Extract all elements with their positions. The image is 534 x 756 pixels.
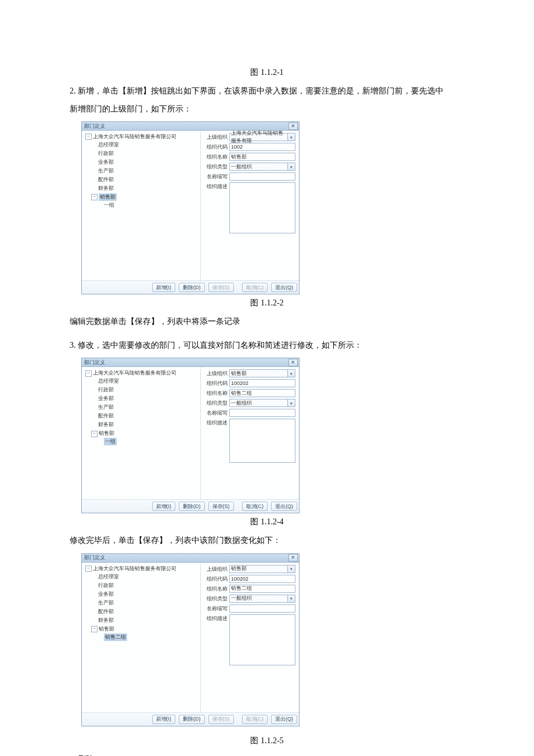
title-text: 部门定义 [84, 123, 105, 130]
delete-button[interactable]: 删除(D) [179, 715, 205, 724]
dropdown-icon[interactable]: ▾ [288, 369, 295, 377]
input-org-code[interactable]: 100202 [229, 379, 295, 387]
tree-item[interactable]: 配件部 [98, 412, 114, 420]
save-button[interactable]: 保存(S) [208, 502, 234, 511]
tree-item[interactable]: 业务部 [98, 591, 114, 598]
label-org-code: 组织代码 [204, 379, 229, 387]
dept-dialog-b: 部门定义 ✕ −上海大众汽车马陆销售服务有限公司 总经理室 行政部 业务部 生产… [81, 358, 300, 513]
input-org-type[interactable]: 一般组织 [229, 595, 288, 603]
para-2c: 编辑完数据单击【保存】，列表中将添一条记录 [70, 314, 464, 330]
caption-4: 图 1.1.2-4 [70, 517, 464, 527]
para-4: 4. 删除 [70, 752, 464, 756]
input-abbrev[interactable] [229, 604, 295, 613]
org-tree[interactable]: −上海大众汽车马陆销售服务有限公司 总经理室 行政部 业务部 生产部 配件部 财… [83, 564, 199, 643]
para-2-line2: 新增部门的上级部门，如下所示： [70, 102, 464, 117]
cancel-button[interactable]: 取消(C) [242, 283, 268, 292]
input-org-name[interactable]: 销售二组 [229, 389, 295, 397]
tree-item[interactable]: 总经理室 [98, 377, 119, 385]
tree-item[interactable]: 生产部 [98, 167, 114, 175]
label-org-code: 组织代码 [204, 575, 229, 583]
tree-item-selected[interactable]: 销售部 [99, 193, 117, 201]
toggle-icon[interactable]: − [91, 626, 98, 632]
delete-button[interactable]: 删除(D) [179, 502, 205, 511]
dropdown-icon[interactable]: ▾ [288, 565, 295, 573]
exit-button[interactable]: 退出(Q) [271, 283, 297, 292]
label-abbrev: 名称缩写 [204, 172, 229, 181]
org-tree[interactable]: −上海大众汽车马陆销售服务有限公司 总经理室 行政部 业务部 生产部 配件部 财… [83, 369, 199, 447]
input-org-type[interactable]: 一般组织 [229, 399, 288, 407]
input-parent-org[interactable]: 销售部 [229, 565, 288, 573]
close-icon[interactable]: ✕ [288, 123, 298, 130]
add-button[interactable]: 新增(I) [152, 715, 176, 724]
input-parent-org[interactable]: 上海大众汽车马陆销售服务有限 [229, 133, 288, 141]
tree-item[interactable]: 业务部 [98, 159, 114, 166]
exit-button[interactable]: 退出(Q) [271, 715, 297, 724]
form-pane: 上级组织销售部▾ 组织代码100202 组织名称销售二组 组织类型一般组织▾ 名… [201, 367, 299, 499]
delete-button[interactable]: 删除(D) [179, 283, 205, 292]
button-bar: 新增(I) 删除(D) 保存(S) 取消(C) 退出(Q) [82, 280, 299, 294]
input-org-type[interactable]: 一般组织 [229, 163, 288, 171]
tree-item[interactable]: 行政部 [98, 386, 114, 394]
input-org-name[interactable]: 销售部 [229, 153, 295, 161]
tree-root[interactable]: 上海大众汽车马陆销售服务有限公司 [93, 565, 176, 573]
add-button[interactable]: 新增(I) [152, 283, 176, 292]
tree-item[interactable]: 配件部 [98, 608, 114, 615]
tree-item[interactable]: 配件部 [98, 176, 114, 183]
save-button[interactable]: 保存(S) [208, 715, 234, 724]
dropdown-icon[interactable]: ▾ [288, 595, 295, 603]
tree-item[interactable]: 财务部 [98, 421, 114, 429]
dropdown-icon[interactable]: ▾ [288, 163, 295, 171]
tree-item[interactable]: 财务部 [98, 617, 114, 624]
input-org-name[interactable]: 销售二组 [229, 585, 295, 593]
save-button[interactable]: 保存(S) [208, 283, 234, 292]
tree-item[interactable]: 总经理室 [98, 141, 119, 149]
input-abbrev[interactable] [229, 409, 295, 417]
tree-item[interactable]: 生产部 [98, 599, 114, 607]
tree-item[interactable]: 销售部 [99, 430, 114, 437]
tree-item[interactable]: 财务部 [98, 185, 114, 192]
label-org-code: 组织代码 [204, 143, 229, 151]
title-text: 部门定义 [84, 554, 105, 561]
cancel-button[interactable]: 取消(C) [242, 502, 268, 511]
close-icon[interactable]: ✕ [288, 554, 298, 561]
tree-item[interactable]: 生产部 [98, 404, 114, 411]
toggle-icon[interactable]: − [85, 566, 92, 572]
para-3b: 修改完毕后，单击【保存】，列表中该部门数据变化如下： [70, 533, 464, 549]
toggle-icon[interactable]: − [85, 134, 92, 140]
tree-item[interactable]: 行政部 [98, 582, 114, 589]
label-org-type: 组织类型 [204, 163, 229, 171]
input-desc[interactable] [229, 614, 295, 665]
cancel-button[interactable]: 取消(C) [242, 715, 268, 724]
dropdown-icon[interactable]: ▾ [288, 133, 295, 141]
title-bar[interactable]: 部门定义 ✕ [82, 358, 299, 367]
toggle-icon[interactable]: − [91, 194, 98, 200]
toggle-icon[interactable]: − [85, 370, 92, 377]
tree-item-selected[interactable]: 销售二组 [104, 633, 127, 641]
tree-item-selected[interactable]: 一组 [104, 438, 117, 445]
org-tree[interactable]: −上海大众汽车马陆销售服务有限公司 总经理室 行政部 业务部 生产部 配件部 财… [83, 132, 199, 211]
tree-root[interactable]: 上海大众汽车马陆销售服务有限公司 [93, 133, 176, 141]
close-icon[interactable]: ✕ [288, 359, 298, 366]
input-org-code[interactable]: 1002 [229, 143, 295, 151]
tree-item[interactable]: 一组 [104, 201, 114, 209]
input-abbrev[interactable] [229, 172, 295, 181]
dept-dialog-c: 部门定义 ✕ −上海大众汽车马陆销售服务有限公司 总经理室 行政部 业务部 生产… [81, 553, 300, 726]
tree-item[interactable]: 业务部 [98, 395, 114, 402]
tree-item[interactable]: 销售部 [99, 625, 114, 633]
tree-item[interactable]: 总经理室 [98, 573, 119, 581]
input-desc[interactable] [229, 419, 295, 463]
tree-root[interactable]: 上海大众汽车马陆销售服务有限公司 [93, 369, 176, 377]
add-button[interactable]: 新增(I) [152, 502, 176, 511]
input-parent-org[interactable]: 销售部 [229, 369, 288, 377]
input-desc[interactable] [229, 182, 295, 233]
label-desc: 组织描述 [204, 419, 229, 427]
exit-button[interactable]: 退出(Q) [271, 502, 297, 511]
tree-pane: −上海大众汽车马陆销售服务有限公司 总经理室 行政部 业务部 生产部 配件部 财… [82, 131, 201, 280]
label-org-type: 组织类型 [204, 595, 229, 603]
title-bar[interactable]: 部门定义 ✕ [82, 554, 299, 563]
dropdown-icon[interactable]: ▾ [288, 399, 295, 407]
tree-item[interactable]: 行政部 [98, 150, 114, 157]
toggle-icon[interactable]: − [91, 431, 98, 437]
dept-dialog-a: 部门定义 ✕ −上海大众汽车马陆销售服务有限公司 总经理室 行政部 业务部 生产… [81, 121, 300, 294]
input-org-code[interactable]: 100202 [229, 575, 295, 583]
